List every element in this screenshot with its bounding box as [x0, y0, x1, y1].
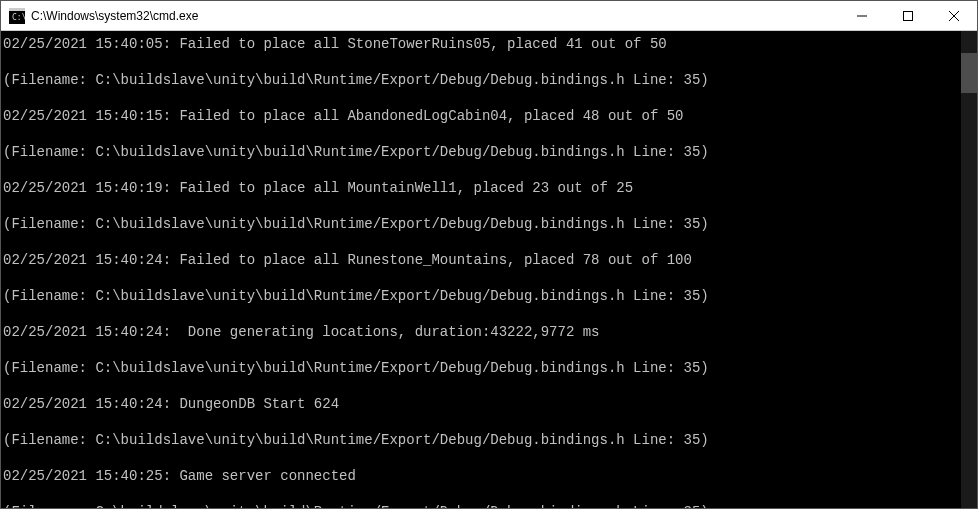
- titlebar[interactable]: C:\ C:\Windows\system32\cmd.exe: [1, 1, 977, 31]
- console-line: [3, 125, 971, 143]
- console-line: [3, 413, 971, 431]
- console-line: [3, 197, 971, 215]
- console-line: (Filename: C:\buildslave\unity\build\Run…: [3, 503, 971, 508]
- window-title: C:\Windows\system32\cmd.exe: [31, 9, 198, 23]
- minimize-button[interactable]: [839, 1, 885, 30]
- app-window: C:\ C:\Windows\system32\cmd.exe 02/25/20…: [0, 0, 978, 509]
- vertical-scrollbar[interactable]: [961, 31, 977, 508]
- console-line: [3, 485, 971, 503]
- console-line: [3, 269, 971, 287]
- console-output[interactable]: 02/25/2021 15:40:05: Failed to place all…: [1, 31, 977, 508]
- console-line: [3, 89, 971, 107]
- window-controls: [839, 1, 977, 30]
- console-line: (Filename: C:\buildslave\unity\build\Run…: [3, 431, 971, 449]
- console-line: [3, 305, 971, 323]
- console-line: 02/25/2021 15:40:24: Failed to place all…: [3, 251, 971, 269]
- console-line: 02/25/2021 15:40:05: Failed to place all…: [3, 35, 971, 53]
- console-line: [3, 341, 971, 359]
- svg-rect-3: [857, 15, 867, 16]
- scrollbar-thumb[interactable]: [961, 53, 977, 93]
- console-line: (Filename: C:\buildslave\unity\build\Run…: [3, 71, 971, 89]
- cmd-icon: C:\: [9, 8, 25, 24]
- console-line: 02/25/2021 15:40:15: Failed to place all…: [3, 107, 971, 125]
- svg-text:C:\: C:\: [12, 13, 25, 22]
- console-line: [3, 161, 971, 179]
- svg-rect-4: [904, 11, 913, 20]
- console-line: 02/25/2021 15:40:24: DungeonDB Start 624: [3, 395, 971, 413]
- console-line: [3, 233, 971, 251]
- console-line: (Filename: C:\buildslave\unity\build\Run…: [3, 143, 971, 161]
- console-line: 02/25/2021 15:40:25: Game server connect…: [3, 467, 971, 485]
- maximize-button[interactable]: [885, 1, 931, 30]
- console-line: [3, 53, 971, 71]
- console-line: 02/25/2021 15:40:19: Failed to place all…: [3, 179, 971, 197]
- close-button[interactable]: [931, 1, 977, 30]
- console-line: (Filename: C:\buildslave\unity\build\Run…: [3, 359, 971, 377]
- console-line: [3, 377, 971, 395]
- client-area: 02/25/2021 15:40:05: Failed to place all…: [1, 31, 977, 508]
- console-line: (Filename: C:\buildslave\unity\build\Run…: [3, 215, 971, 233]
- console-line: 02/25/2021 15:40:24: Done generating loc…: [3, 323, 971, 341]
- console-line: (Filename: C:\buildslave\unity\build\Run…: [3, 287, 971, 305]
- console-line: [3, 449, 971, 467]
- svg-rect-1: [9, 8, 25, 11]
